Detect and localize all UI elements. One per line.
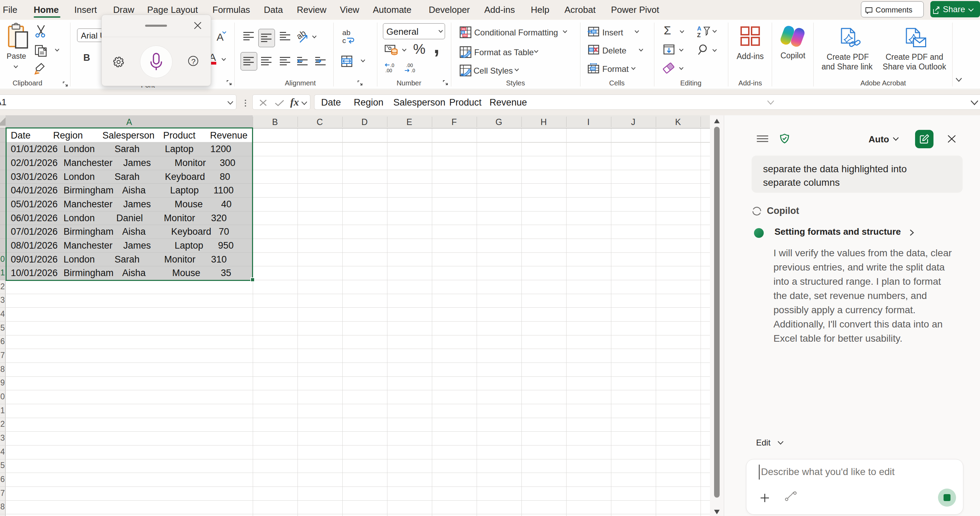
- svg-text:A: A: [697, 25, 701, 32]
- svg-text:.00: .00: [385, 68, 392, 73]
- svg-text:Z: Z: [697, 32, 700, 38]
- svg-text:.0: .0: [411, 68, 415, 73]
- svg-text:.0: .0: [390, 62, 395, 68]
- svg-text:.00: .00: [406, 62, 413, 68]
